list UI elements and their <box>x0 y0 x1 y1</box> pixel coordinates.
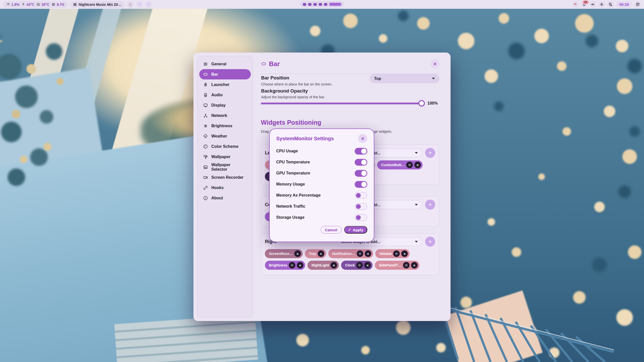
tray-app-icon <box>573 2 577 7</box>
workspace-dot[interactable] <box>303 3 306 6</box>
gear-icon <box>358 263 361 267</box>
widget-chip-brightness[interactable]: Brightness × <box>265 261 305 270</box>
cancel-button[interactable]: Cancel <box>321 226 342 234</box>
system-stats-pill[interactable]: 1.8% 43°C 38°C 9.7G <box>3 1 68 8</box>
sidebar-item-label: Display <box>211 103 226 108</box>
widget-remove-button[interactable]: × <box>365 250 371 257</box>
clock[interactable]: 00:28 <box>616 1 632 8</box>
cpu-usage-value: 1.8% <box>11 3 19 7</box>
workspace-dot[interactable] <box>308 3 312 6</box>
sidebar-item-screen-recorder[interactable]: Screen Recorder <box>199 172 251 183</box>
sidebar-item-hooks[interactable]: Hooks <box>199 183 251 193</box>
favorite-button[interactable]: ♡ <box>136 1 143 8</box>
gauge-icon <box>6 3 10 6</box>
cpu-usage-toggle[interactable] <box>355 148 367 155</box>
widget-chip-nightlight[interactable]: NightLight × <box>307 261 339 270</box>
sidebar-item-weather[interactable]: Weather <box>199 131 251 141</box>
opacity-slider[interactable] <box>261 103 424 104</box>
memory-usage-toggle[interactable] <box>355 181 367 188</box>
widget-chip-tray[interactable]: Tray × <box>305 249 326 258</box>
memory-as-percentage-toggle[interactable] <box>355 192 367 199</box>
add-widget-button[interactable]: + <box>425 200 435 210</box>
toggle-label: GPU Temperature <box>276 171 310 175</box>
modal-close-button[interactable]: ✕ <box>358 134 367 143</box>
widget-remove-button[interactable]: × <box>318 250 324 257</box>
sidebar-item-label: Brightness <box>211 124 232 128</box>
overview-button[interactable] <box>634 1 641 8</box>
widget-settings-button[interactable] <box>403 262 410 268</box>
widget-remove-button[interactable]: × <box>401 250 408 257</box>
bar-position-description: Choose where to place the bar on the scr… <box>261 82 332 86</box>
bar-position-select[interactable]: Top <box>370 74 439 83</box>
apply-button[interactable]: ✓Apply <box>344 226 367 234</box>
widget-settings-button[interactable] <box>393 250 400 257</box>
night-light-button[interactable] <box>607 1 614 8</box>
notifications-button[interactable]: 10 <box>581 1 587 8</box>
sidebar-item-wallpaper-selector[interactable]: Wallpaper Selector <box>199 162 251 172</box>
add-widget-button[interactable]: + <box>425 237 435 247</box>
widget-remove-button[interactable]: × <box>364 262 371 268</box>
add-widget-button[interactable]: + <box>425 148 435 158</box>
widget-remove-button[interactable]: × <box>331 262 337 268</box>
bar-position-label: Bar Position <box>261 75 289 81</box>
workspace-dot[interactable] <box>313 3 317 6</box>
sidebar-item-launcher[interactable]: Launcher <box>199 79 251 90</box>
tray-app-button[interactable] <box>572 1 579 8</box>
bar-position-value: Top <box>374 76 381 81</box>
sidebar-item-color-scheme[interactable]: Color Scheme <box>199 141 251 152</box>
widget-chip-screenrecorder[interactable]: ScreenReco… × <box>265 249 303 258</box>
storage-usage-toggle[interactable] <box>355 214 367 221</box>
widget-remove-button[interactable]: × <box>294 250 301 257</box>
sidebar-item-label: Bar <box>211 72 218 77</box>
brightness-button[interactable] <box>598 1 605 8</box>
opacity-value: 100% <box>427 101 438 106</box>
widget-chip-volume[interactable]: Volume × <box>375 249 410 258</box>
sidebar-item-bar[interactable]: Bar <box>199 69 251 79</box>
sidebar-item-brightness[interactable]: Brightness <box>199 121 251 131</box>
media-app-button[interactable] <box>127 1 134 8</box>
toggle-label: CPU Temperature <box>276 160 310 164</box>
network-traffic-toggle[interactable] <box>355 203 367 210</box>
sidebar-item-label: Audio <box>211 93 223 97</box>
cpu-temp-stat: 43°C <box>22 3 34 7</box>
widget-chip-clock[interactable]: Clock × <box>341 261 373 270</box>
volume-button[interactable] <box>590 1 596 8</box>
workspace-active-indicator[interactable] <box>329 3 341 6</box>
widget-settings-button[interactable] <box>357 250 363 257</box>
workspace-switcher[interactable] <box>300 1 344 7</box>
sidebar-item-wallpaper[interactable]: Wallpaper <box>199 152 251 162</box>
widget-chip-notification[interactable]: Notification… × <box>328 249 373 258</box>
sidebar-item-display[interactable]: Display <box>199 100 251 110</box>
link-icon <box>203 185 208 190</box>
chip-row: ScreenReco… × Tray × Notification… × Vol… <box>265 249 435 258</box>
sidebar-item-general[interactable]: General <box>199 59 251 69</box>
workspace-dot[interactable] <box>319 3 322 6</box>
widget-settings-button[interactable] <box>356 262 363 268</box>
rocket-icon <box>203 82 208 87</box>
sidebar-item-about[interactable]: About <box>199 193 251 203</box>
cpu-temp-value: 43°C <box>26 3 34 7</box>
pause-icon <box>73 3 76 6</box>
top-bar: 1.8% 43°C 38°C 9.7G Nightcore Music Mix … <box>0 0 644 9</box>
widget-remove-button[interactable]: × <box>297 262 303 268</box>
widget-settings-button[interactable] <box>406 162 413 168</box>
workspace-dot[interactable] <box>324 3 328 6</box>
window-close-button[interactable]: ✕ <box>430 59 439 68</box>
toggle-row-storage-usage: Storage Usage <box>276 212 367 223</box>
widget-chip-sidepanel[interactable]: SidePanelT… × <box>375 261 419 270</box>
opacity-slider-knob[interactable] <box>418 100 425 107</box>
cpu-temperature-toggle[interactable] <box>355 159 367 166</box>
network-hub-icon <box>203 113 208 118</box>
widget-chip-custombutton[interactable]: CustomButt… × <box>377 160 423 169</box>
chip-label: NightLight <box>311 263 329 267</box>
sidebar-item-audio[interactable]: Audio <box>199 90 251 100</box>
widget-settings-button[interactable] <box>289 262 295 268</box>
widget-remove-button[interactable]: × <box>414 162 421 168</box>
gpu-temperature-toggle[interactable] <box>355 170 367 177</box>
flame-icon <box>22 3 25 6</box>
media-player-pill[interactable]: Nightcore Music Mix 20… <box>70 1 125 8</box>
sidebar-item-network[interactable]: Network <box>199 110 251 121</box>
widget-remove-button[interactable]: × <box>411 262 418 268</box>
sidebar-item-label: Network <box>211 113 227 118</box>
like-button[interactable]: ♡ <box>145 1 152 8</box>
